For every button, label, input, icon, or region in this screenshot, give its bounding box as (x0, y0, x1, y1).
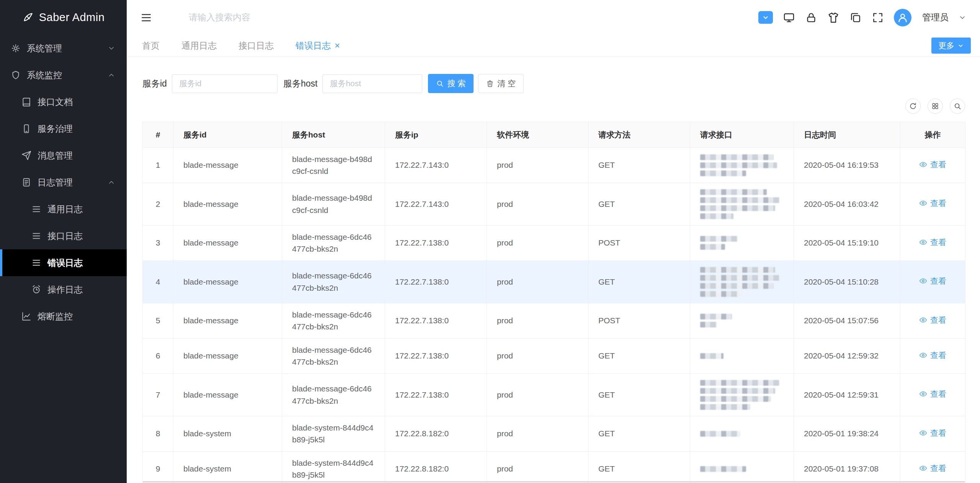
cell-env: prod (487, 451, 588, 483)
tabbar: 首页通用日志接口日志错误日志× 更多 (127, 35, 980, 57)
cell-log_time: 2020-05-04 16:19:53 (794, 147, 900, 183)
chevron-up-icon (108, 178, 115, 186)
view-link[interactable]: 查看 (919, 236, 946, 249)
cell-action: 查看 (900, 225, 965, 260)
view-link[interactable]: 查看 (919, 314, 946, 326)
sidebar-item-circuit-monitor[interactable]: 熔断监控 (0, 303, 127, 330)
sidebar-item-message-management[interactable]: 消息管理 (0, 142, 127, 169)
cell-request (690, 183, 794, 225)
column-header-6: 请求接口 (690, 122, 794, 148)
column-header-1: 服务id (173, 122, 282, 148)
sidebar-item-label: 日志管理 (38, 177, 73, 188)
clear-button-label: 清 空 (497, 78, 516, 89)
global-search-input[interactable] (189, 12, 353, 23)
cell-service_id: blade-message (173, 183, 282, 225)
view-link[interactable]: 查看 (919, 159, 946, 171)
refresh-icon[interactable] (905, 98, 921, 114)
table-row: 4blade-messageblade-message-6dc46477cb-b… (143, 260, 965, 303)
redacted-content (700, 465, 784, 473)
cell-action: 查看 (900, 260, 965, 303)
screens-icon[interactable] (849, 11, 862, 24)
view-link[interactable]: 查看 (919, 462, 946, 475)
table-row: 1blade-messageblade-message-b498dc9cf-cs… (143, 147, 965, 183)
service-id-label: 服务id (142, 78, 167, 90)
sidebar-item-label: 服务治理 (38, 123, 73, 135)
table-toolbar (142, 98, 965, 114)
send-icon (21, 151, 31, 160)
sidebar-item-log-management[interactable]: 日志管理 (0, 169, 127, 196)
fullscreen-icon[interactable] (872, 11, 884, 24)
cell-service_ip: 172.22.7.138:0 (385, 260, 487, 303)
sidebar-item-system-management[interactable]: 系统管理 (0, 35, 127, 62)
sidebar-item-api-log[interactable]: 接口日志 (0, 223, 127, 249)
notification-badge-icon[interactable] (758, 11, 773, 24)
cell-index: 8 (143, 416, 173, 451)
search-button[interactable]: 搜 索 (428, 74, 474, 93)
view-link-label: 查看 (930, 159, 946, 171)
cell-log_time: 2020-05-04 15:07:56 (794, 303, 900, 338)
redacted-content (700, 430, 784, 437)
cell-index: 4 (143, 260, 173, 303)
view-link[interactable]: 查看 (919, 427, 946, 439)
cell-service_host: blade-system-844d9c4b89-j5k5l (282, 451, 385, 483)
cell-method: POST (588, 225, 690, 260)
tab-error-log[interactable]: 错误日志× (296, 40, 340, 52)
sidebar-item-general-log[interactable]: 通用日志 (0, 196, 127, 223)
cell-log_time: 2020-05-04 12:59:32 (794, 338, 900, 373)
cell-index: 3 (143, 225, 173, 260)
cell-env: prod (487, 225, 588, 260)
cell-method: GET (588, 373, 690, 416)
logo-brush-icon (22, 12, 34, 23)
user-avatar[interactable] (894, 9, 911, 26)
sidebar: Saber Admin 系统管理系统监控接口文档服务治理消息管理日志管理通用日志… (0, 0, 127, 483)
tab-general-log[interactable]: 通用日志 (181, 40, 217, 52)
user-name[interactable]: 管理员 (922, 11, 949, 23)
horizontal-scrollbar[interactable] (142, 481, 965, 483)
phone-icon (21, 124, 31, 134)
theme-icon[interactable] (827, 11, 840, 24)
cell-service_ip: 172.22.7.143:0 (385, 147, 487, 183)
view-link[interactable]: 查看 (919, 275, 946, 287)
cell-log_time: 2020-05-01 19:37:08 (794, 451, 900, 483)
list-icon (31, 258, 41, 268)
cell-env: prod (487, 260, 588, 303)
sidebar-item-api-docs[interactable]: 接口文档 (0, 88, 127, 115)
search-toggle-icon[interactable] (950, 98, 965, 114)
tab-home[interactable]: 首页 (142, 40, 160, 52)
sidebar-nav: 系统管理系统监控接口文档服务治理消息管理日志管理通用日志接口日志错误日志操作日志… (0, 35, 127, 330)
more-button[interactable]: 更多 (931, 38, 971, 54)
book-icon (21, 97, 31, 107)
cell-service_host: blade-system-844d9c4b89-j5k5l (282, 416, 385, 451)
view-link[interactable]: 查看 (919, 349, 946, 362)
hamburger-menu-icon[interactable] (140, 12, 152, 23)
sidebar-item-label: 系统管理 (27, 43, 62, 54)
lock-icon[interactable] (805, 11, 817, 24)
sidebar-item-service-governance[interactable]: 服务治理 (0, 115, 127, 142)
user-chevron-down-icon[interactable] (959, 14, 966, 21)
table-row: 3blade-messageblade-message-6dc46477cb-b… (143, 225, 965, 260)
cell-request (690, 416, 794, 451)
clear-button[interactable]: 清 空 (478, 74, 524, 93)
view-link[interactable]: 查看 (919, 388, 946, 400)
tab-close-icon[interactable]: × (335, 41, 340, 50)
cell-service_ip: 172.22.7.138:0 (385, 338, 487, 373)
main-area: 管理员 首页通用日志接口日志错误日志× 更多 服务id 服务host (127, 0, 980, 483)
cell-service_id: blade-message (173, 225, 282, 260)
cell-method: GET (588, 451, 690, 483)
view-link-label: 查看 (930, 314, 946, 326)
service-host-input[interactable] (322, 74, 422, 93)
cell-index: 7 (143, 373, 173, 416)
grid-icon[interactable] (928, 98, 943, 114)
sidebar-item-operation-log[interactable]: 操作日志 (0, 276, 127, 303)
redacted-content (700, 154, 784, 177)
sidebar-item-error-log[interactable]: 错误日志 (0, 249, 127, 276)
service-id-input[interactable] (172, 74, 278, 93)
cell-env: prod (487, 416, 588, 451)
cell-env: prod (487, 373, 588, 416)
view-link[interactable]: 查看 (919, 197, 946, 210)
sidebar-item-system-monitor[interactable]: 系统监控 (0, 62, 127, 88)
list-icon (31, 204, 41, 214)
cell-method: GET (588, 416, 690, 451)
tab-api-log[interactable]: 接口日志 (238, 40, 274, 52)
monitor-icon[interactable] (783, 11, 795, 24)
